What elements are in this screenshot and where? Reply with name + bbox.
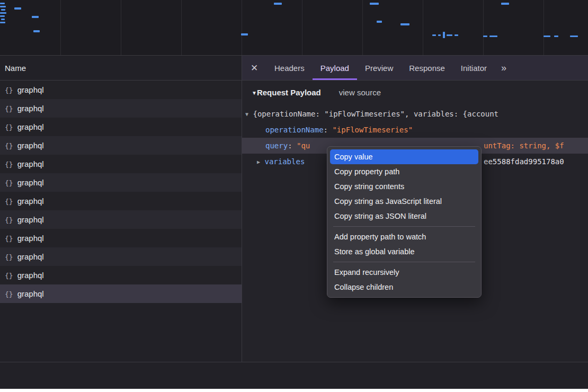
timeline-gridline [423, 0, 423, 55]
section-title: Request Payload [257, 88, 321, 97]
request-name: graphql [17, 85, 44, 94]
timeline-request-bar [1, 9, 5, 11]
request-name: graphql [17, 252, 44, 261]
table-row[interactable]: {}graphql [0, 266, 242, 284]
property-key: operationName [265, 126, 324, 134]
devtools-network-panel: Name {}graphql{}graphql{}graphql{}graphq… [0, 0, 588, 392]
detail-tab-bar: ✕ HeadersPayloadPreviewResponseInitiator… [242, 56, 588, 81]
table-row[interactable]: {}graphql [0, 173, 242, 192]
timeline-request-bar [0, 12, 6, 14]
timeline-request-bar [0, 15, 5, 17]
property-value-continued: untTag: string, $f [484, 138, 564, 154]
tab-initiator[interactable]: Initiator [453, 56, 495, 80]
tree-root-preview: {operationName: "ipFlowTimeseries", vari… [253, 110, 498, 118]
table-row[interactable]: {}graphql [0, 155, 242, 173]
timeline-request-bar [1, 19, 5, 20]
view-source-link[interactable]: view source [339, 88, 381, 97]
footer-area [0, 362, 588, 389]
json-icon: {} [5, 161, 13, 168]
timeline-request-bar [501, 3, 509, 5]
tree-row-operation-name[interactable]: operationName: "ipFlowTimeseries" [242, 122, 588, 138]
menu-item-copy-property-path[interactable]: Copy property path [330, 164, 478, 179]
request-payload-section: ▼Request Payloadview source [242, 81, 588, 106]
request-list-panel: Name {}graphql{}graphql{}graphql{}graphq… [0, 56, 242, 362]
column-header-name[interactable]: Name [0, 56, 242, 81]
property-value: "qu [297, 141, 310, 150]
timeline-gridline [60, 0, 61, 55]
table-row[interactable]: {}graphql [0, 136, 242, 155]
property-value: "ipFlowTimeseries" [332, 126, 413, 134]
table-row[interactable]: {}graphql [0, 229, 242, 247]
detail-tabs: HeadersPayloadPreviewResponseInitiator [266, 56, 495, 80]
timeline-request-bar [32, 16, 39, 18]
menu-separator [333, 262, 475, 262]
request-name: graphql [17, 178, 44, 187]
tree-expand-icon[interactable]: ▼ [245, 111, 248, 117]
timeline-gridline [544, 0, 544, 55]
tab-preview[interactable]: Preview [357, 56, 401, 80]
table-row[interactable]: {}graphql [0, 192, 242, 210]
window-bottom-edge [0, 389, 588, 392]
menu-item-collapse-children[interactable]: Collapse children [330, 280, 478, 295]
request-name: graphql [17, 234, 44, 243]
timeline-request-bar [370, 3, 379, 5]
timeline-request-bar [0, 3, 5, 4]
context-menu: Copy valueCopy property pathCopy string … [327, 146, 482, 298]
json-icon: {} [5, 253, 13, 261]
tab-headers[interactable]: Headers [266, 56, 313, 80]
timeline-gridline [181, 0, 182, 55]
menu-item-copy-string-as-json-literal[interactable]: Copy string as JSON literal [330, 209, 478, 224]
timeline-request-bar [274, 3, 282, 5]
timeline-request-bar [438, 34, 441, 36]
json-icon: {} [5, 198, 13, 206]
timeline-request-bar [432, 34, 436, 36]
more-tabs-button[interactable]: » [496, 56, 511, 80]
timeline-gridline [302, 0, 302, 55]
menu-item-add-property-path-to-watch[interactable]: Add property path to watch [330, 229, 478, 244]
section-collapse-icon[interactable]: ▼ [252, 90, 257, 96]
timeline-request-bar [443, 32, 445, 38]
request-name: graphql [17, 289, 44, 298]
menu-separator [333, 226, 475, 227]
timeline-request-bar [400, 23, 409, 25]
timeline-request-bar [554, 35, 558, 37]
json-icon: {} [5, 142, 13, 150]
json-icon: {} [5, 216, 13, 224]
tree-root-row[interactable]: ▼ {operationName: "ipFlowTimeseries", va… [242, 106, 588, 122]
table-row[interactable]: {}graphql [0, 210, 242, 229]
table-row[interactable]: {}graphql [0, 284, 242, 303]
request-name: graphql [17, 122, 44, 131]
tab-response[interactable]: Response [401, 56, 453, 80]
tree-collapsed-icon[interactable]: ▶ [257, 159, 260, 165]
timeline-request-bar [447, 34, 452, 36]
table-row[interactable]: {}graphql [0, 247, 242, 266]
timeline-request-bar [0, 6, 6, 7]
menu-item-copy-string-contents[interactable]: Copy string contents [330, 179, 478, 194]
tab-payload[interactable]: Payload [313, 56, 357, 80]
menu-item-copy-value[interactable]: Copy value [330, 149, 478, 164]
timeline-request-bar [241, 33, 248, 35]
table-row[interactable]: {}graphql [0, 81, 242, 99]
json-icon: {} [5, 86, 13, 94]
timeline-gridline [483, 0, 484, 55]
timeline-request-bar [455, 34, 458, 36]
request-name: graphql [17, 159, 44, 168]
timeline-request-bar [377, 21, 382, 23]
menu-item-expand-recursively[interactable]: Expand recursively [330, 265, 478, 280]
table-row[interactable]: {}graphql [0, 118, 242, 136]
property-key: variables [264, 157, 305, 166]
request-name: graphql [17, 197, 44, 206]
property-key: query [265, 141, 288, 150]
json-icon: {} [5, 235, 13, 243]
json-icon: {} [5, 179, 13, 187]
menu-item-store-as-global-variable[interactable]: Store as global variable [330, 244, 478, 259]
timeline-request-bar [33, 30, 40, 32]
table-row[interactable]: {}graphql [0, 99, 242, 118]
menu-item-copy-string-as-javascript-literal[interactable]: Copy string as JavaScript literal [330, 194, 478, 209]
request-list-body: {}graphql{}graphql{}graphql{}graphql{}gr… [0, 81, 242, 303]
network-overview-timeline[interactable] [0, 0, 588, 56]
timeline-request-bar [570, 35, 578, 37]
request-name: graphql [17, 271, 44, 280]
close-icon[interactable]: ✕ [242, 56, 266, 80]
request-name: graphql [17, 215, 44, 224]
